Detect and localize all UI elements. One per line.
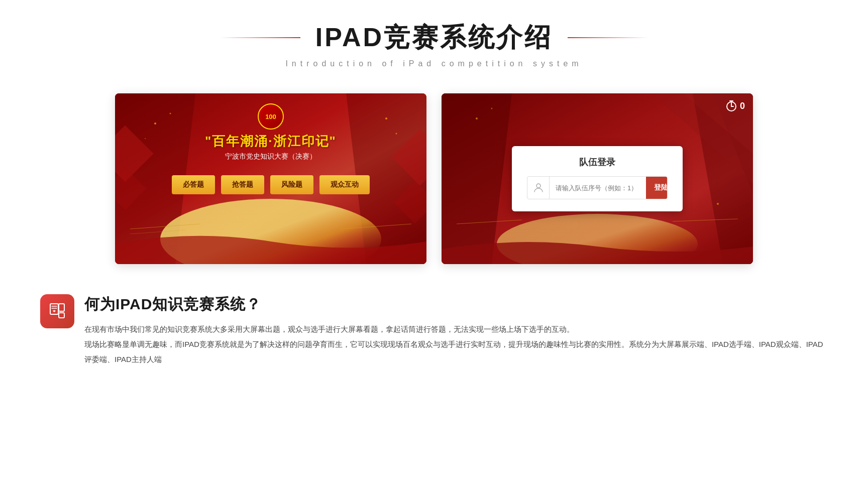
page-subtitle: Introduction of iPad competition system: [0, 59, 868, 68]
login-box: 队伍登录 登陆: [512, 146, 683, 211]
header-line-left: [220, 37, 300, 38]
timer-value: 0: [740, 101, 745, 111]
login-input-row: 登陆: [527, 176, 668, 199]
quick-answer-btn[interactable]: 抢答题: [221, 175, 264, 194]
mandatory-questions-btn[interactable]: 必答题: [172, 175, 215, 194]
svg-rect-34: [59, 304, 64, 311]
timer-icon: [726, 100, 737, 111]
svg-rect-33: [50, 304, 58, 314]
info-section: 何为IPAD知识竞赛系统？ 在现有市场中我们常见的知识竞赛系统大多采用大屏幕出题…: [0, 279, 868, 387]
competition-title: "百年潮涌·浙江印记": [205, 133, 337, 150]
team-number-input[interactable]: [550, 179, 646, 197]
risk-questions-btn[interactable]: 风险题: [270, 175, 313, 194]
page-title: IPAD竞赛系统介绍: [315, 20, 553, 55]
svg-rect-35: [59, 313, 64, 318]
info-paragraph-1: 在现有市场中我们常见的知识竞赛系统大多采用大屏幕出题，观众与选手进行大屏幕看题，…: [84, 322, 828, 337]
timer-display: 0: [726, 100, 745, 111]
svg-point-32: [536, 184, 540, 188]
competition-subtitle: 宁波市党史知识大赛（决赛）: [205, 152, 337, 161]
header-line-right: [568, 37, 648, 38]
login-title: 队伍登录: [527, 156, 668, 168]
info-paragraph-2: 现场比赛略显单调无趣味，而IPAD竞赛系统就是为了解决这样的问题孕育而生，它可以…: [84, 337, 828, 367]
info-heading: 何为IPAD知识竞赛系统？: [84, 294, 828, 315]
page-header: IPAD竞赛系统介绍 Introduction of iPad competit…: [0, 0, 868, 78]
info-icon: [40, 294, 74, 328]
info-content: 何为IPAD知识竞赛系统？ 在现有市场中我们常见的知识竞赛系统大多采用大屏幕出题…: [84, 294, 828, 367]
screenshots-section: 100 "百年潮涌·浙江印记" 宁波市党史知识大赛（决赛） 必答题 抢答题 风险…: [0, 78, 868, 279]
left-screenshot: 100 "百年潮涌·浙江印记" 宁波市党史知识大赛（决赛） 必答题 抢答题 风险…: [115, 93, 426, 264]
audience-interaction-btn[interactable]: 观众互动: [319, 175, 370, 194]
ipad-icon: [48, 302, 67, 321]
login-button[interactable]: 登陆: [646, 177, 668, 199]
avatar-icon: [527, 177, 550, 199]
left-screen-content: 100 "百年潮涌·浙江印记" 宁波市党史知识大赛（决赛） 必答题 抢答题 风险…: [115, 93, 426, 264]
right-screenshot: 0 队伍登录 登陆: [442, 93, 753, 264]
